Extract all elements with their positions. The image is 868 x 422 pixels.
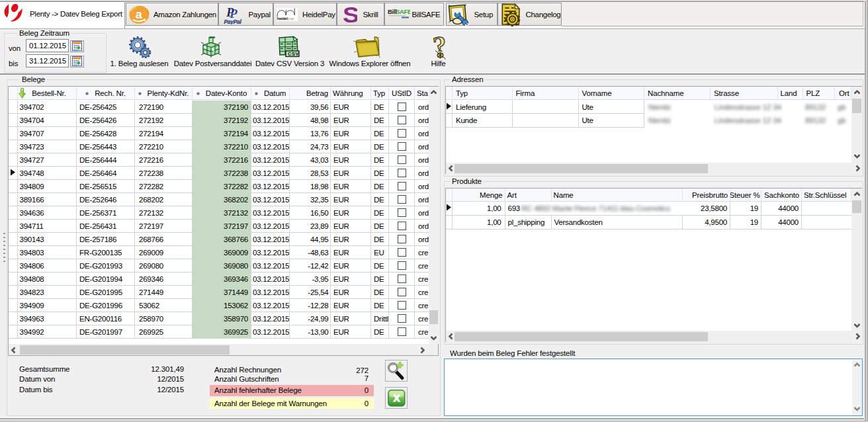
svg-text:S: S	[343, 5, 357, 24]
svg-text:SAFE: SAFE	[396, 8, 410, 15]
svg-text:P: P	[226, 5, 234, 19]
svg-text:a: a	[136, 7, 143, 21]
svg-text:heidel: heidel	[277, 16, 288, 21]
svg-text:PayPal: PayPal	[224, 19, 241, 24]
svg-text:CSV: CSV	[288, 51, 299, 57]
svg-text:pay: pay	[288, 16, 295, 21]
